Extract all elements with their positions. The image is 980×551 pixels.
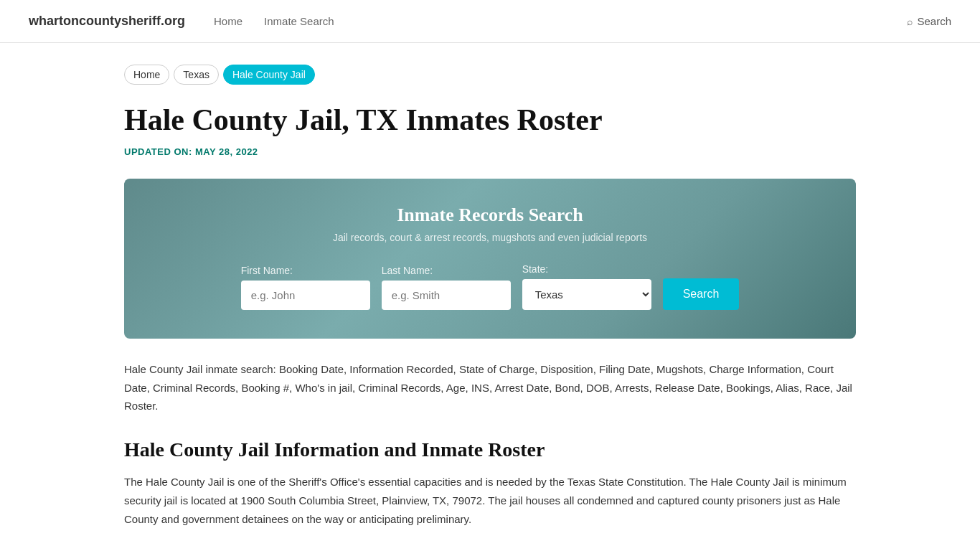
last-name-input[interactable] (382, 281, 511, 310)
nav-inmate-search[interactable]: Inmate Search (264, 15, 334, 27)
breadcrumb-hale-county-jail[interactable]: Hale County Jail (223, 65, 315, 85)
search-widget: Inmate Records Search Jail records, cour… (124, 179, 856, 339)
widget-title: Inmate Records Search (153, 204, 827, 226)
state-group: State: Texas Alabama Alaska Arizona Arka… (522, 263, 651, 310)
search-form: First Name: Last Name: State: Texas Alab… (153, 263, 827, 310)
description-text: Hale County Jail inmate search: Booking … (124, 360, 856, 415)
main-content: Home Texas Hale County Jail Hale County … (95, 43, 885, 551)
breadcrumb-home[interactable]: Home (124, 65, 169, 85)
breadcrumb-texas[interactable]: Texas (174, 65, 219, 85)
info-section-body: The Hale County Jail is one of the Sheri… (124, 473, 856, 529)
widget-subtitle: Jail records, court & arrest records, mu… (153, 232, 827, 243)
state-label: State: (522, 263, 549, 275)
navbar-links: Home Inmate Search (214, 15, 878, 27)
last-name-group: Last Name: (382, 265, 511, 310)
search-icon: ⌕ (907, 16, 913, 27)
updated-on: UPDATED ON: MAY 28, 2022 (124, 146, 856, 157)
navbar-search-button[interactable]: ⌕ Search (907, 15, 951, 27)
last-name-label: Last Name: (382, 265, 433, 276)
breadcrumb: Home Texas Hale County Jail (124, 65, 856, 85)
state-select[interactable]: Texas Alabama Alaska Arizona Arkansas Ca… (522, 279, 651, 310)
page-title: Hale County Jail, TX Inmates Roster (124, 102, 856, 138)
navbar-search-label: Search (917, 15, 951, 27)
navbar-brand[interactable]: whartoncountysheriff.org (29, 14, 185, 29)
nav-home[interactable]: Home (214, 15, 242, 27)
info-section-heading: Hale County Jail Information and Inmate … (124, 438, 856, 461)
navbar: whartoncountysheriff.org Home Inmate Sea… (0, 0, 980, 43)
search-button[interactable]: Search (663, 278, 740, 310)
first-name-group: First Name: (241, 265, 370, 310)
first-name-label: First Name: (241, 265, 293, 276)
first-name-input[interactable] (241, 281, 370, 310)
